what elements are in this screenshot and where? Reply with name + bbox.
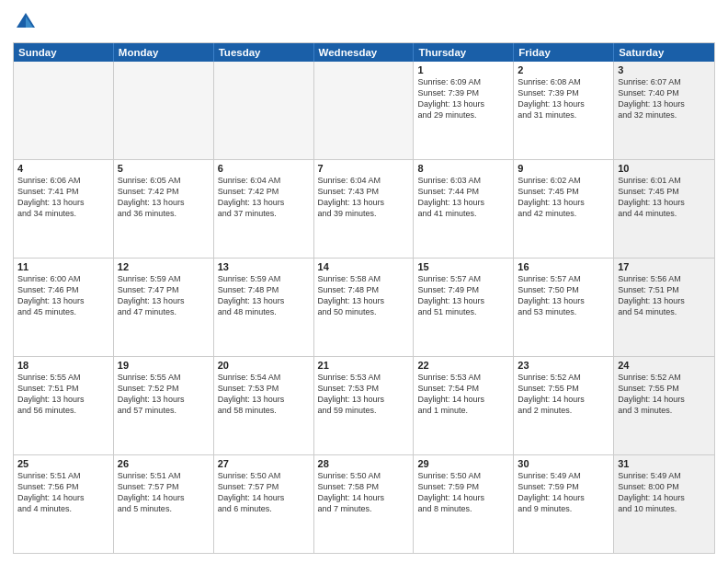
cell-info-1: Sunrise: 6:09 AM Sunset: 7:39 PM Dayligh…	[417, 76, 509, 121]
cal-cell-29: 29Sunrise: 5:50 AM Sunset: 7:59 PM Dayli…	[414, 455, 514, 553]
cell-info-26: Sunrise: 5:51 AM Sunset: 7:57 PM Dayligh…	[118, 470, 210, 515]
cal-cell-21: 21Sunrise: 5:53 AM Sunset: 7:53 PM Dayli…	[314, 357, 415, 454]
cal-cell-25: 25Sunrise: 5:51 AM Sunset: 7:56 PM Dayli…	[14, 455, 114, 553]
cell-date-19: 19	[118, 360, 210, 371]
header	[13, 9, 715, 35]
logo	[13, 9, 42, 35]
cell-info-17: Sunrise: 5:56 AM Sunset: 7:51 PM Dayligh…	[618, 273, 711, 318]
cell-info-16: Sunrise: 5:57 AM Sunset: 7:50 PM Dayligh…	[518, 273, 609, 318]
cal-cell-10: 10Sunrise: 6:01 AM Sunset: 7:45 PM Dayli…	[614, 160, 714, 258]
calendar-row-2: 4Sunrise: 6:06 AM Sunset: 7:41 PM Daylig…	[14, 160, 714, 259]
cell-date-21: 21	[318, 360, 410, 371]
weekday-header-thursday: Thursday	[414, 43, 514, 62]
cal-cell-27: 27Sunrise: 5:50 AM Sunset: 7:57 PM Dayli…	[214, 455, 314, 553]
cell-info-2: Sunrise: 6:08 AM Sunset: 7:39 PM Dayligh…	[518, 76, 609, 121]
cell-info-10: Sunrise: 6:01 AM Sunset: 7:45 PM Dayligh…	[618, 175, 711, 220]
cell-info-6: Sunrise: 6:04 AM Sunset: 7:42 PM Dayligh…	[218, 175, 310, 220]
cell-info-13: Sunrise: 5:59 AM Sunset: 7:48 PM Dayligh…	[218, 273, 310, 318]
cell-date-16: 16	[518, 261, 609, 272]
cell-date-8: 8	[417, 163, 509, 174]
cal-cell-30: 30Sunrise: 5:49 AM Sunset: 7:59 PM Dayli…	[514, 455, 614, 553]
weekday-header-sunday: Sunday	[14, 43, 114, 62]
cal-cell-2: 2Sunrise: 6:08 AM Sunset: 7:39 PM Daylig…	[514, 62, 614, 159]
cell-info-11: Sunrise: 6:00 AM Sunset: 7:46 PM Dayligh…	[17, 273, 109, 318]
cal-cell-6: 6Sunrise: 6:04 AM Sunset: 7:42 PM Daylig…	[214, 160, 314, 258]
cell-info-31: Sunrise: 5:49 AM Sunset: 8:00 PM Dayligh…	[618, 470, 711, 515]
cell-info-5: Sunrise: 6:05 AM Sunset: 7:42 PM Dayligh…	[118, 175, 210, 220]
cal-cell-empty-0-0	[14, 62, 114, 159]
cal-cell-empty-0-1	[114, 62, 214, 159]
logo-icon	[13, 9, 39, 35]
cal-cell-18: 18Sunrise: 5:55 AM Sunset: 7:51 PM Dayli…	[14, 357, 114, 454]
cal-cell-20: 20Sunrise: 5:54 AM Sunset: 7:53 PM Dayli…	[214, 357, 314, 454]
weekday-header-saturday: Saturday	[614, 43, 714, 62]
cell-date-20: 20	[218, 360, 310, 371]
cell-date-28: 28	[318, 458, 410, 469]
cell-info-3: Sunrise: 6:07 AM Sunset: 7:40 PM Dayligh…	[618, 76, 711, 121]
cal-cell-7: 7Sunrise: 6:04 AM Sunset: 7:43 PM Daylig…	[314, 160, 415, 258]
cell-info-28: Sunrise: 5:50 AM Sunset: 7:58 PM Dayligh…	[318, 470, 410, 515]
cell-date-15: 15	[417, 261, 509, 272]
cal-cell-16: 16Sunrise: 5:57 AM Sunset: 7:50 PM Dayli…	[514, 259, 614, 356]
cell-date-13: 13	[218, 261, 310, 272]
page: SundayMondayTuesdayWednesdayThursdayFrid…	[0, 0, 728, 563]
cell-date-22: 22	[417, 360, 509, 371]
cal-cell-24: 24Sunrise: 5:52 AM Sunset: 7:55 PM Dayli…	[614, 357, 714, 454]
cal-cell-3: 3Sunrise: 6:07 AM Sunset: 7:40 PM Daylig…	[614, 62, 714, 159]
cell-date-7: 7	[318, 163, 410, 174]
calendar-row-1: 1Sunrise: 6:09 AM Sunset: 7:39 PM Daylig…	[14, 62, 714, 160]
cell-info-12: Sunrise: 5:59 AM Sunset: 7:47 PM Dayligh…	[118, 273, 210, 318]
cell-date-12: 12	[118, 261, 210, 272]
cell-date-31: 31	[618, 458, 711, 469]
cal-cell-9: 9Sunrise: 6:02 AM Sunset: 7:45 PM Daylig…	[514, 160, 614, 258]
cell-date-30: 30	[518, 458, 609, 469]
cell-date-10: 10	[618, 163, 711, 174]
cell-info-19: Sunrise: 5:55 AM Sunset: 7:52 PM Dayligh…	[118, 372, 210, 417]
cal-cell-empty-0-3	[314, 62, 415, 159]
cell-date-14: 14	[318, 261, 410, 272]
cell-date-25: 25	[17, 458, 109, 469]
cell-date-4: 4	[17, 163, 109, 174]
cell-info-20: Sunrise: 5:54 AM Sunset: 7:53 PM Dayligh…	[218, 372, 310, 417]
cal-cell-13: 13Sunrise: 5:59 AM Sunset: 7:48 PM Dayli…	[214, 259, 314, 356]
cal-cell-5: 5Sunrise: 6:05 AM Sunset: 7:42 PM Daylig…	[114, 160, 214, 258]
cal-cell-26: 26Sunrise: 5:51 AM Sunset: 7:57 PM Dayli…	[114, 455, 214, 553]
cal-cell-31: 31Sunrise: 5:49 AM Sunset: 8:00 PM Dayli…	[614, 455, 714, 553]
cell-date-11: 11	[17, 261, 109, 272]
cell-info-15: Sunrise: 5:57 AM Sunset: 7:49 PM Dayligh…	[417, 273, 509, 318]
cell-info-7: Sunrise: 6:04 AM Sunset: 7:43 PM Dayligh…	[318, 175, 410, 220]
cell-info-27: Sunrise: 5:50 AM Sunset: 7:57 PM Dayligh…	[218, 470, 310, 515]
cell-date-17: 17	[618, 261, 711, 272]
calendar-row-5: 25Sunrise: 5:51 AM Sunset: 7:56 PM Dayli…	[14, 455, 714, 553]
cell-info-18: Sunrise: 5:55 AM Sunset: 7:51 PM Dayligh…	[17, 372, 109, 417]
weekday-header-friday: Friday	[514, 43, 614, 62]
cell-date-9: 9	[518, 163, 609, 174]
cell-info-30: Sunrise: 5:49 AM Sunset: 7:59 PM Dayligh…	[518, 470, 609, 515]
cal-cell-28: 28Sunrise: 5:50 AM Sunset: 7:58 PM Dayli…	[314, 455, 415, 553]
calendar-header: SundayMondayTuesdayWednesdayThursdayFrid…	[14, 43, 714, 62]
calendar-row-4: 18Sunrise: 5:55 AM Sunset: 7:51 PM Dayli…	[14, 357, 714, 455]
cell-date-2: 2	[518, 64, 609, 75]
calendar: SundayMondayTuesdayWednesdayThursdayFrid…	[13, 42, 715, 554]
weekday-header-monday: Monday	[114, 43, 214, 62]
cell-info-9: Sunrise: 6:02 AM Sunset: 7:45 PM Dayligh…	[518, 175, 609, 220]
cell-info-24: Sunrise: 5:52 AM Sunset: 7:55 PM Dayligh…	[618, 372, 711, 417]
cell-date-29: 29	[417, 458, 509, 469]
weekday-header-wednesday: Wednesday	[314, 43, 415, 62]
cell-info-23: Sunrise: 5:52 AM Sunset: 7:55 PM Dayligh…	[518, 372, 609, 417]
cal-cell-11: 11Sunrise: 6:00 AM Sunset: 7:46 PM Dayli…	[14, 259, 114, 356]
cell-info-25: Sunrise: 5:51 AM Sunset: 7:56 PM Dayligh…	[17, 470, 109, 515]
cell-info-8: Sunrise: 6:03 AM Sunset: 7:44 PM Dayligh…	[417, 175, 509, 220]
cell-date-23: 23	[518, 360, 609, 371]
cell-date-3: 3	[618, 64, 711, 75]
cal-cell-8: 8Sunrise: 6:03 AM Sunset: 7:44 PM Daylig…	[414, 160, 514, 258]
weekday-header-tuesday: Tuesday	[214, 43, 314, 62]
cal-cell-22: 22Sunrise: 5:53 AM Sunset: 7:54 PM Dayli…	[414, 357, 514, 454]
cal-cell-14: 14Sunrise: 5:58 AM Sunset: 7:48 PM Dayli…	[314, 259, 415, 356]
calendar-row-3: 11Sunrise: 6:00 AM Sunset: 7:46 PM Dayli…	[14, 259, 714, 357]
cell-date-26: 26	[118, 458, 210, 469]
cal-cell-17: 17Sunrise: 5:56 AM Sunset: 7:51 PM Dayli…	[614, 259, 714, 356]
cell-info-29: Sunrise: 5:50 AM Sunset: 7:59 PM Dayligh…	[417, 470, 509, 515]
cell-info-14: Sunrise: 5:58 AM Sunset: 7:48 PM Dayligh…	[318, 273, 410, 318]
cal-cell-empty-0-2	[214, 62, 314, 159]
